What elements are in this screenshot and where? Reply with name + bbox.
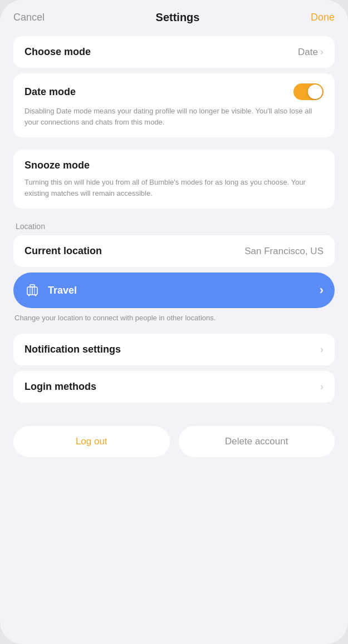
login-methods-row: Login methods › bbox=[24, 381, 324, 393]
date-mode-row: Date mode bbox=[24, 83, 324, 100]
travel-description: Change your location to connect with peo… bbox=[14, 313, 335, 324]
snooze-mode-card[interactable]: Snooze mode Turning this on will hide yo… bbox=[13, 150, 335, 209]
phone-container: Cancel Settings Done Choose mode Date › … bbox=[0, 0, 348, 644]
travel-label: Travel bbox=[48, 285, 77, 296]
login-methods-label: Login methods bbox=[24, 381, 96, 393]
notification-settings-row: Notification settings › bbox=[24, 344, 324, 355]
delete-account-button[interactable]: Delete account bbox=[179, 426, 335, 457]
travel-button-left: Travel bbox=[24, 283, 77, 298]
date-mode-toggle[interactable] bbox=[293, 83, 324, 100]
choose-mode-card[interactable]: Choose mode Date › bbox=[13, 36, 335, 68]
travel-button[interactable]: Travel › bbox=[13, 273, 335, 308]
date-mode-label: Date mode bbox=[24, 86, 76, 98]
logout-button[interactable]: Log out bbox=[13, 426, 170, 457]
current-location-card[interactable]: Current location San Francisco, US bbox=[13, 235, 335, 267]
choose-mode-row: Choose mode Date › bbox=[24, 46, 324, 58]
notification-settings-chevron-icon: › bbox=[320, 344, 324, 355]
login-methods-card[interactable]: Login methods › bbox=[13, 371, 335, 403]
notification-settings-card[interactable]: Notification settings › bbox=[13, 334, 335, 365]
travel-icon bbox=[24, 283, 40, 298]
login-methods-chevron-icon: › bbox=[320, 381, 324, 393]
date-mode-description: Disabling Date mode means your dating pr… bbox=[24, 106, 324, 127]
page-title: Settings bbox=[156, 11, 200, 24]
current-location-row: Current location San Francisco, US bbox=[24, 245, 324, 257]
current-location-value: San Francisco, US bbox=[244, 246, 324, 257]
toggle-slider bbox=[293, 83, 324, 100]
svg-point-5 bbox=[28, 295, 30, 296]
cancel-button[interactable]: Cancel bbox=[13, 12, 45, 23]
snooze-mode-row: Snooze mode bbox=[24, 160, 324, 171]
done-button[interactable]: Done bbox=[311, 12, 335, 23]
snooze-description: Turning this on will hide you from all o… bbox=[24, 177, 324, 199]
current-location-label: Current location bbox=[24, 245, 102, 257]
snooze-mode-label: Snooze mode bbox=[24, 160, 90, 171]
nav-bar: Cancel Settings Done bbox=[0, 0, 348, 32]
settings-content: Choose mode Date › Date mode Disabling D… bbox=[0, 32, 348, 470]
choose-mode-chevron-icon: › bbox=[320, 46, 324, 58]
travel-chevron-icon: › bbox=[320, 283, 324, 298]
date-mode-card: Date mode Disabling Date mode means your… bbox=[13, 73, 335, 137]
svg-point-6 bbox=[35, 295, 37, 296]
location-section-label: Location bbox=[16, 222, 332, 231]
bottom-buttons: Log out Delete account bbox=[13, 426, 335, 457]
choose-mode-value: Date › bbox=[298, 46, 324, 58]
notification-settings-label: Notification settings bbox=[24, 344, 121, 355]
choose-mode-label: Choose mode bbox=[24, 46, 91, 58]
